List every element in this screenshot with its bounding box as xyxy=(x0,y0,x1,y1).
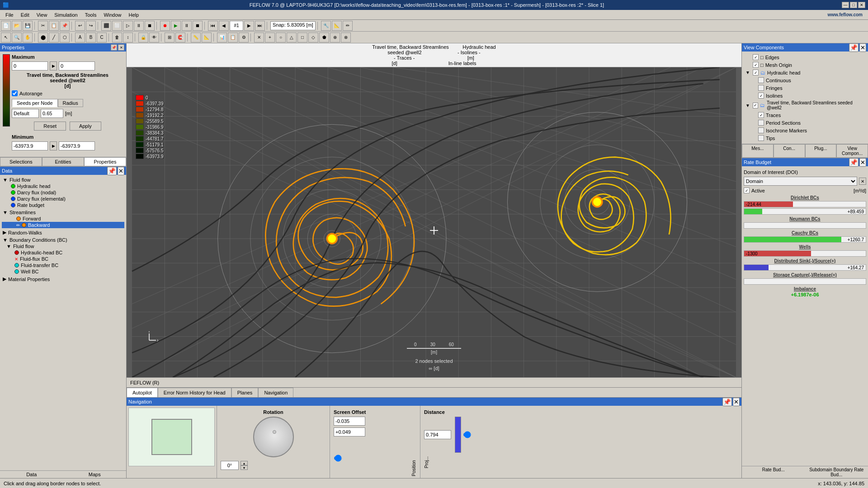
position-slider[interactable] xyxy=(334,440,343,476)
tb2-lock[interactable]: 🔒 xyxy=(138,33,148,42)
rtab-plug[interactable]: Plug... xyxy=(805,144,837,158)
tree-item-darcy-nodal[interactable]: Darcy flux (nodal) xyxy=(2,189,124,196)
tb2-x6[interactable]: ◇ xyxy=(308,33,318,42)
angle-input[interactable] xyxy=(221,461,239,470)
vc-checkbox-travel-time[interactable]: ✓ xyxy=(753,103,759,108)
nav-close[interactable]: ✕ xyxy=(733,398,740,406)
tab-selections[interactable]: Selections xyxy=(0,157,42,166)
active-checkbox[interactable]: ✓ xyxy=(744,188,750,193)
tb-prev[interactable]: ◀ xyxy=(219,21,229,31)
menu-edit[interactable]: Edit xyxy=(17,11,33,19)
tb-btn5[interactable]: ⏹ xyxy=(145,21,155,31)
maximize-button[interactable]: □ xyxy=(850,2,857,8)
tb2-line[interactable]: ╱ xyxy=(49,33,59,42)
tb2-angle[interactable]: 📐 xyxy=(202,33,212,42)
vc-checkbox-continuous[interactable] xyxy=(758,77,764,83)
rb-pin[interactable]: 📌 xyxy=(849,158,859,167)
autorange-checkbox[interactable] xyxy=(12,90,18,96)
tab-maps[interactable]: Maps xyxy=(63,471,127,478)
vc-item-isolines[interactable]: ✓ Isolines xyxy=(744,92,866,99)
tb2-pan[interactable]: ✋ xyxy=(23,33,33,42)
menu-view[interactable]: View xyxy=(33,11,51,19)
domain-select[interactable]: Domain xyxy=(744,177,857,186)
vc-item-traces[interactable]: ✓ Traces xyxy=(744,111,866,119)
max-input-2[interactable] xyxy=(59,61,95,70)
min-arrow[interactable]: ▶ xyxy=(50,141,57,150)
tree-group-header-streamlines[interactable]: ▼ Streamlines xyxy=(2,209,124,216)
default-input[interactable] xyxy=(12,109,39,118)
distance-input[interactable] xyxy=(424,430,451,439)
tb-new[interactable]: 📄 xyxy=(1,21,11,31)
vc-item-isochrone-markers[interactable]: Isochrone Markers xyxy=(744,127,866,134)
vc-checkbox-fringes[interactable] xyxy=(758,85,764,91)
tb2-list[interactable]: 📋 xyxy=(228,33,238,42)
menu-simulation[interactable]: Simulation xyxy=(51,11,81,19)
vc-item-mesh-origin[interactable]: ✓ □ Mesh Origin xyxy=(744,61,866,69)
minimap-display[interactable] xyxy=(128,408,215,466)
vc-checkbox-hydraulic-head[interactable]: ✓ xyxy=(753,70,759,75)
tab-properties[interactable]: Properties xyxy=(84,157,126,166)
close-button[interactable]: ✕ xyxy=(858,2,865,8)
tree-item-forward[interactable]: Forward xyxy=(2,216,124,222)
tb-undo[interactable]: ↩ xyxy=(75,21,85,31)
nav-pin[interactable]: 📌 xyxy=(722,398,732,406)
viewport[interactable]: 0 -6397.39 -12794.8 -19192.2 -25589.5 -3… xyxy=(127,67,741,377)
tree-item-darcy-elemental[interactable]: Darcy flux (elemental) xyxy=(2,196,124,202)
tb2-eye[interactable]: 👁 xyxy=(149,33,159,42)
menu-window[interactable]: Window xyxy=(100,11,125,19)
tb2-x1[interactable]: ✕ xyxy=(254,33,264,42)
vc-expand-travel-time[interactable]: ▼ xyxy=(745,103,751,108)
vc-item-hydraulic-head[interactable]: ▼ ✓ 🗂 Hydraulic head xyxy=(744,69,866,76)
tb2-polygon[interactable]: ⬡ xyxy=(60,33,70,42)
vc-checkbox-period-sections[interactable] xyxy=(758,120,764,126)
tb-btn3[interactable]: ▷ xyxy=(123,21,133,31)
vc-item-travel-time[interactable]: ▼ ✓ 🗂 Travel time, Backward Streamlines … xyxy=(744,99,866,111)
vc-item-period-sections[interactable]: Period Sections xyxy=(744,119,866,127)
tb-paste[interactable]: 📌 xyxy=(60,21,70,31)
radius-input[interactable] xyxy=(41,109,63,118)
tb-pause[interactable]: ⏸ xyxy=(182,21,192,31)
vc-item-edges[interactable]: ✓ □ Edges xyxy=(744,53,866,61)
seeds-tab[interactable]: Seeds per Node xyxy=(12,99,58,107)
properties-close[interactable]: ✕ xyxy=(118,44,124,51)
vc-item-fringes[interactable]: Fringes xyxy=(744,84,866,92)
vc-checkbox-isolines[interactable]: ✓ xyxy=(758,93,764,99)
tb-btn4[interactable]: ⏸ xyxy=(134,21,144,31)
tb-next-end[interactable]: ⏭ xyxy=(255,21,265,31)
tb-record[interactable]: ⏺ xyxy=(160,21,170,31)
min-input-2[interactable] xyxy=(59,141,95,150)
rb-close[interactable]: ✕ xyxy=(859,158,866,167)
rtab-con[interactable]: Con... xyxy=(774,144,805,158)
vc-close[interactable]: ✕ xyxy=(859,43,866,52)
tb2-x8[interactable]: ⊕ xyxy=(330,33,340,42)
tb-open[interactable]: 📂 xyxy=(12,21,22,31)
tab-data[interactable]: Data xyxy=(0,471,63,478)
rtab-view-compon[interactable]: View Compon... xyxy=(836,144,868,158)
btab-autopilot[interactable]: Autopilot xyxy=(127,388,158,398)
tb2-a[interactable]: A xyxy=(75,33,85,42)
menu-tools[interactable]: Tools xyxy=(81,11,100,19)
tb-copy[interactable]: 📋 xyxy=(49,21,59,31)
vc-item-continuous[interactable]: Continuous xyxy=(744,76,866,84)
properties-pin[interactable]: 📌 xyxy=(111,44,117,51)
data-close[interactable]: ✕ xyxy=(118,167,124,175)
tb2-x9[interactable]: ⊗ xyxy=(341,33,351,42)
rb-tab-rate-bud[interactable]: Rate Bud... xyxy=(742,466,805,478)
vc-checkbox-tips[interactable] xyxy=(758,135,764,141)
tb2-chart[interactable]: 📊 xyxy=(217,33,227,42)
tb2-x2[interactable]: + xyxy=(265,33,275,42)
tb2-grid[interactable]: ⊞ xyxy=(165,33,175,42)
tb-save[interactable]: 💾 xyxy=(23,21,33,31)
vc-checkbox-edges[interactable]: ✓ xyxy=(753,54,759,60)
btab-navigation[interactable]: Navigation xyxy=(258,388,293,398)
tb-btn1[interactable]: ⬛ xyxy=(101,21,111,31)
tb-btn2[interactable]: ⬜ xyxy=(112,21,122,31)
distance-slider-thumb[interactable] xyxy=(455,417,461,453)
rtab-mes[interactable]: Mes... xyxy=(742,144,774,158)
tree-item-fluid-flux-bc[interactable]: ✕ Fluid-flux BC xyxy=(5,256,124,262)
tree-item-rate-budget[interactable]: Rate budget xyxy=(2,202,124,208)
tb2-measure[interactable]: 📏 xyxy=(191,33,201,42)
tb2-node[interactable]: ⬤ xyxy=(38,33,48,42)
vc-expand-hydraulic-head[interactable]: ▼ xyxy=(745,70,751,75)
tb-redo[interactable]: ↪ xyxy=(86,21,96,31)
